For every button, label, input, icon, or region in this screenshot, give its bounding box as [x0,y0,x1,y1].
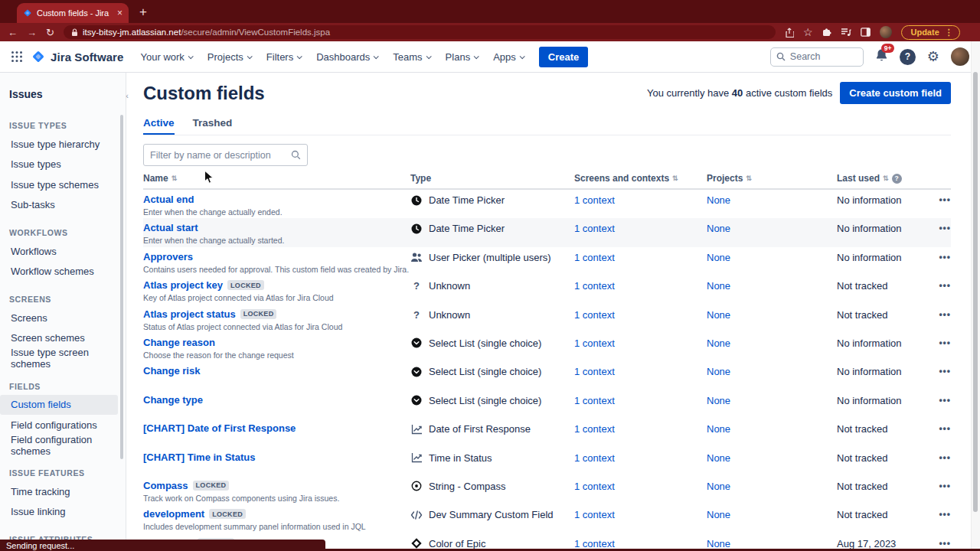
sidebar-item-issue-type-hierarchy[interactable]: Issue type hierarchy [0,134,118,155]
column-header[interactable]: Last used ⇅ ? [837,173,928,184]
sidebar-item-workflows[interactable]: Workflows [0,241,118,262]
contexts-link[interactable]: 1 context [574,508,707,520]
projects-link[interactable]: None [707,194,837,206]
contexts-link[interactable]: 1 context [574,308,707,321]
row-actions-button[interactable]: ••• [928,279,951,291]
field-name-link[interactable]: Atlas project status [143,308,236,320]
tab-close-icon[interactable]: × [117,8,122,18]
field-name-link[interactable]: Change type [143,394,203,406]
share-icon[interactable] [785,28,794,37]
notifications-button[interactable]: 9+ [875,48,888,65]
projects-link[interactable]: None [707,279,837,292]
column-header[interactable]: Screens and contexts ⇅ [574,173,707,184]
sidebar-item-field-configurations[interactable]: Field configurations [0,415,118,435]
contexts-link[interactable]: 1 context [574,194,707,206]
projects-link[interactable]: None [707,394,837,406]
bookmark-star-icon[interactable]: ☆ [803,27,813,37]
sidebar-item-field-configuration-schemes[interactable]: Field configuration schemes [0,435,118,456]
row-actions-button[interactable]: ••• [928,480,951,491]
info-icon[interactable]: ? [892,174,902,184]
search-input[interactable] [790,51,851,62]
contexts-link[interactable]: 1 context [574,422,707,435]
field-name-link[interactable]: Compass [143,480,188,491]
nav-menu-your-work[interactable]: Your work [141,51,192,63]
row-actions-button[interactable]: ••• [928,394,951,406]
side-panel-icon[interactable] [861,28,871,37]
projects-link[interactable]: None [707,508,837,520]
tab-active[interactable]: Active [143,117,175,135]
column-header[interactable]: Type [410,173,574,184]
sidebar-item-issue-linking[interactable]: Issue linking [0,502,118,523]
row-actions-button[interactable]: ••• [928,452,951,463]
forward-icon[interactable]: → [27,28,37,37]
projects-link[interactable]: None [707,480,837,492]
browser-tab[interactable]: Custom fields - Jira × [17,3,129,23]
contexts-link[interactable]: 1 context [574,279,707,292]
field-name-link[interactable]: development [143,508,204,520]
sort-icon[interactable]: ⇅ [172,174,178,182]
nav-menu-filters[interactable]: Filters [266,51,301,63]
browser-profile-avatar[interactable] [880,26,892,38]
row-actions-button[interactable]: ••• [928,308,951,320]
sidebar-item-workflow-schemes[interactable]: Workflow schemes [0,262,118,282]
sort-icon[interactable]: ⇅ [746,174,752,182]
projects-link[interactable]: None [707,222,837,234]
field-name-link[interactable]: Actual start [143,222,198,233]
update-button[interactable]: Update ⋮ [901,25,959,40]
contexts-link[interactable]: 1 context [574,452,707,464]
projects-link[interactable]: None [707,452,837,464]
sidebar-item-sub-tasks[interactable]: Sub-tasks [0,195,118,216]
search-box[interactable] [770,47,864,67]
sidebar-item-issue-type-screen-schemes[interactable]: Issue type screen schemes [0,348,118,369]
sidebar-item-issue-type-schemes[interactable]: Issue type schemes [0,174,118,195]
row-actions-button[interactable]: ••• [928,222,951,233]
address-bar[interactable]: itsy-bitsy-jm.atlassian.net/secure/admin… [64,25,776,39]
filter-box[interactable] [143,144,308,166]
projects-link[interactable]: None [707,308,837,321]
sidebar-scrollbar[interactable] [120,115,123,459]
field-name-link[interactable]: Change reason [143,337,215,348]
reload-icon[interactable]: ↻ [46,28,54,37]
contexts-link[interactable]: 1 context [574,394,707,406]
row-actions-button[interactable]: ••• [928,337,951,348]
projects-link[interactable]: None [707,537,837,549]
row-actions-button[interactable]: ••• [928,365,951,377]
jira-logo[interactable]: Jira Software [31,49,124,64]
sort-icon[interactable]: ⇅ [672,174,678,182]
field-name-link[interactable]: Change risk [143,365,200,377]
sidebar-item-screens[interactable]: Screens [0,308,118,328]
create-button[interactable]: Create [539,47,588,67]
user-avatar[interactable] [951,47,969,66]
help-button[interactable]: ? [900,49,916,65]
nav-menu-apps[interactable]: Apps [493,51,524,63]
contexts-link[interactable]: 1 context [574,480,707,492]
projects-link[interactable]: None [707,365,837,377]
new-tab-button[interactable]: + [139,5,147,20]
row-actions-button[interactable]: ••• [928,422,951,434]
field-name-link[interactable]: [CHART] Date of First Response [143,422,296,434]
contexts-link[interactable]: 1 context [574,365,707,377]
browser-menu-icon[interactable]: ⋮ [945,28,953,37]
row-actions-button[interactable]: ••• [928,537,951,549]
contexts-link[interactable]: 1 context [574,222,707,234]
sidebar-item-custom-fields[interactable]: Custom fields [0,395,118,416]
projects-link[interactable]: None [707,251,837,263]
sort-icon[interactable]: ⇅ [883,174,889,182]
back-icon[interactable]: ← [8,28,18,37]
nav-menu-teams[interactable]: Teams [393,51,430,63]
field-name-link[interactable]: Approvers [143,251,193,262]
media-list-icon[interactable] [841,28,851,37]
contexts-link[interactable]: 1 context [574,537,707,549]
column-header[interactable]: Name ⇅ [143,173,410,184]
row-actions-button[interactable]: ••• [928,251,951,262]
field-name-link[interactable]: Atlas project key [143,279,223,291]
contexts-link[interactable]: 1 context [574,251,707,263]
row-actions-button[interactable]: ••• [928,508,951,520]
tab-trashed[interactable]: Trashed [193,117,233,135]
nav-menu-plans[interactable]: Plans [446,51,479,63]
extensions-puzzle-icon[interactable] [822,28,831,37]
page-scrollbar-thumb[interactable] [973,72,978,512]
contexts-link[interactable]: 1 context [574,337,707,349]
sidebar-item-issue-types[interactable]: Issue types [0,155,118,175]
nav-menu-projects[interactable]: Projects [207,51,251,63]
